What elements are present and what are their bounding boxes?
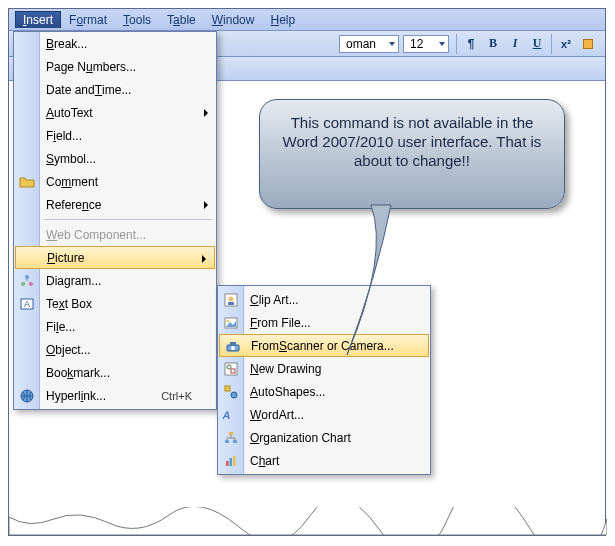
mi-page-numbers[interactable]: Page Numbers... xyxy=(14,55,216,78)
shortcut-label: Ctrl+K xyxy=(161,390,192,402)
font-name-value: oman xyxy=(346,37,376,51)
mi-break[interactable]: Break... xyxy=(14,32,216,55)
menu-insert[interactable]: Insert xyxy=(15,11,61,28)
bold-button[interactable]: B xyxy=(483,34,503,54)
menu-window[interactable]: Window xyxy=(204,11,263,29)
superscript-button[interactable]: x² xyxy=(556,34,576,54)
menu-format[interactable]: Format xyxy=(61,11,115,29)
mi-reference[interactable]: Reference xyxy=(14,193,216,216)
mi-diagram[interactable]: Diagram... xyxy=(14,269,216,292)
mi-symbol[interactable]: Symbol... xyxy=(14,147,216,170)
svg-point-0 xyxy=(25,275,29,279)
mi-file[interactable]: File... xyxy=(14,315,216,338)
callout-bubble: This command is not available in the Wor… xyxy=(259,99,565,209)
svg-point-13 xyxy=(231,346,235,350)
svg-point-19 xyxy=(231,392,237,398)
menu-tools[interactable]: Tools xyxy=(115,11,159,29)
toolbar-separator xyxy=(551,34,552,54)
toolbar-separator xyxy=(456,34,457,54)
wordart-icon: A xyxy=(223,407,239,423)
callout-text: This command is not available in the Wor… xyxy=(283,114,542,169)
mi-date-time[interactable]: Date and Time... xyxy=(14,78,216,101)
smi-wordart[interactable]: A WordArt... xyxy=(218,403,430,426)
menu-help[interactable]: Help xyxy=(262,11,303,29)
chart-icon xyxy=(223,453,239,469)
mi-web-component[interactable]: Web Component... xyxy=(14,223,216,246)
svg-rect-18 xyxy=(225,386,230,391)
svg-rect-24 xyxy=(226,461,229,466)
org-chart-icon xyxy=(223,430,239,446)
svg-point-11 xyxy=(227,320,230,323)
menu-bar: Insert Format Tools Table Window Help xyxy=(9,9,605,31)
autoshapes-icon xyxy=(223,384,239,400)
svg-rect-8 xyxy=(228,302,234,305)
mi-bookmark[interactable]: Bookmark... xyxy=(14,361,216,384)
scanner-camera-icon xyxy=(225,339,241,355)
svg-rect-22 xyxy=(225,440,229,443)
menu-table[interactable]: Table xyxy=(159,11,204,29)
folder-icon xyxy=(19,174,35,190)
mi-field[interactable]: Field... xyxy=(14,124,216,147)
new-drawing-icon xyxy=(223,361,239,377)
mi-comment[interactable]: Comment xyxy=(14,170,216,193)
font-name-combo[interactable]: oman xyxy=(339,35,399,53)
app-window: Insert Format Tools Table Window Help om… xyxy=(8,8,606,536)
svg-text:A: A xyxy=(24,299,30,309)
smi-org-chart[interactable]: Organization Chart xyxy=(218,426,430,449)
smi-chart[interactable]: Chart xyxy=(218,449,430,472)
text-box-icon: A xyxy=(19,296,35,312)
chevron-right-icon xyxy=(204,201,208,209)
mi-text-box[interactable]: A Text Box xyxy=(14,292,216,315)
underline-button[interactable]: U xyxy=(527,34,547,54)
chevron-right-icon xyxy=(202,255,206,263)
smi-autoshapes[interactable]: AutoShapes... xyxy=(218,380,430,403)
menu-separator xyxy=(44,219,212,220)
diagram-icon xyxy=(19,273,35,289)
clip-art-icon xyxy=(223,292,239,308)
svg-rect-25 xyxy=(230,458,233,466)
globe-icon xyxy=(19,388,35,404)
mi-picture[interactable]: Picture xyxy=(15,246,215,269)
mi-object[interactable]: Object... xyxy=(14,338,216,361)
svg-text:A: A xyxy=(223,409,232,421)
svg-point-7 xyxy=(229,297,234,302)
italic-button[interactable]: I xyxy=(505,34,525,54)
svg-rect-14 xyxy=(230,342,236,345)
mi-hyperlink[interactable]: Hyperlink... Ctrl+K xyxy=(14,384,216,407)
font-size-combo[interactable]: 12 xyxy=(403,35,449,53)
insert-dropdown: Break... Page Numbers... Date and Time..… xyxy=(13,31,217,410)
picture-file-icon xyxy=(223,315,239,331)
highlight-button[interactable] xyxy=(578,34,598,54)
font-size-value: 12 xyxy=(410,37,423,51)
svg-rect-23 xyxy=(233,440,237,443)
chevron-right-icon xyxy=(204,109,208,117)
svg-rect-26 xyxy=(233,456,236,466)
pilcrow-button[interactable] xyxy=(461,34,481,54)
svg-rect-21 xyxy=(229,432,233,435)
mi-autotext[interactable]: AutoText xyxy=(14,101,216,124)
